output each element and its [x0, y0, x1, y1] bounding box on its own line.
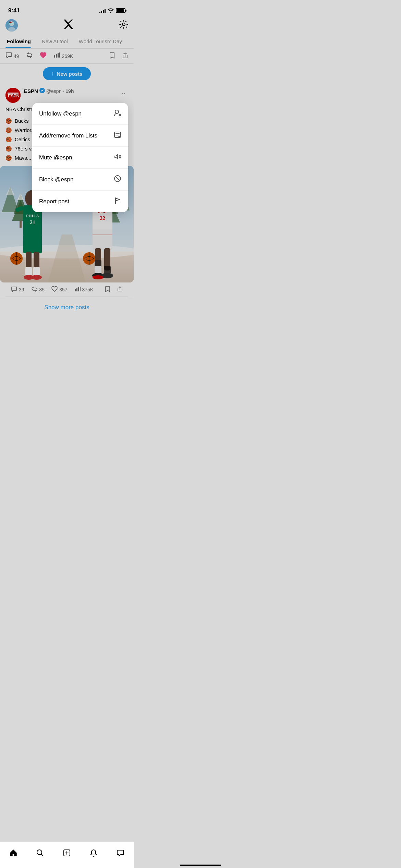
context-menu: Unfollow @espn Add/remove from Lists Mut… — [32, 103, 128, 212]
add-list-menu-item[interactable]: Add/remove from Lists — [32, 125, 128, 147]
report-menu-item[interactable]: Report post — [32, 191, 128, 212]
unfollow-menu-item[interactable]: Unfollow @espn — [32, 103, 128, 125]
unfollow-icon — [114, 109, 121, 118]
svg-point-66 — [115, 110, 119, 113]
mute-label: Mute @espn — [39, 154, 72, 161]
flag-icon — [114, 197, 121, 206]
unfollow-label: Unfollow @espn — [39, 110, 82, 117]
block-menu-item[interactable]: Block @espn — [32, 169, 128, 191]
svg-line-78 — [115, 176, 120, 181]
svg-marker-74 — [115, 155, 118, 159]
block-label: Block @espn — [39, 176, 73, 183]
block-icon — [114, 175, 121, 184]
list-icon — [114, 131, 121, 140]
mute-icon — [114, 153, 121, 162]
mute-menu-item[interactable]: Mute @espn — [32, 147, 128, 169]
add-list-label: Add/remove from Lists — [39, 132, 97, 139]
report-label: Report post — [39, 198, 69, 205]
